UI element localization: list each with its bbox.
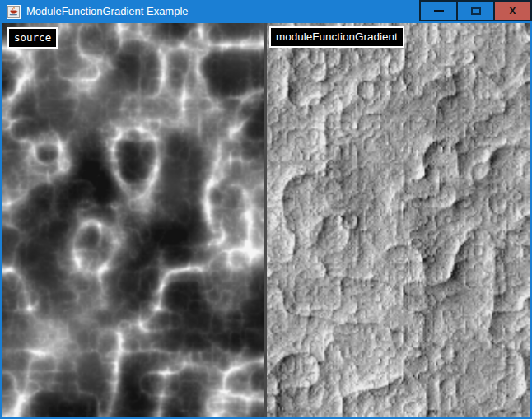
titlebar[interactable]: ModuleFunctionGradient Example x xyxy=(0,0,532,23)
minimize-button[interactable] xyxy=(419,0,458,21)
window-controls: x xyxy=(419,0,532,21)
app-window: ModuleFunctionGradient Example x source … xyxy=(0,0,532,419)
close-icon: x xyxy=(510,4,516,16)
source-noise-image xyxy=(2,23,264,417)
gradient-image-label: moduleFunctionGradient xyxy=(269,26,404,48)
module-function-gradient-image xyxy=(267,23,530,417)
source-image-label: source xyxy=(7,27,58,49)
minimize-icon xyxy=(434,10,444,12)
close-button[interactable]: x xyxy=(493,0,532,21)
source-image-panel: source xyxy=(2,23,264,417)
java-app-icon xyxy=(7,5,21,19)
maximize-button[interactable] xyxy=(456,0,495,21)
content-area: source moduleFunctionGradient xyxy=(0,23,532,419)
window-title: ModuleFunctionGradient Example xyxy=(26,0,189,23)
maximize-icon xyxy=(471,7,481,15)
gradient-image-panel: moduleFunctionGradient xyxy=(264,23,530,417)
